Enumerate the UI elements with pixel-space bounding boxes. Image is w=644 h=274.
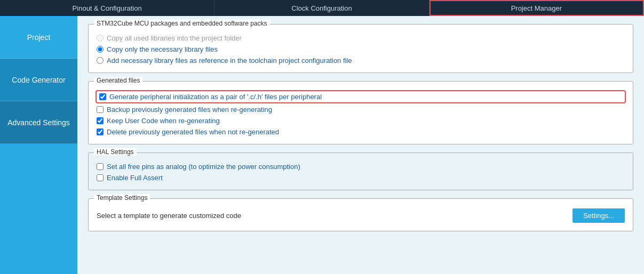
tab-project-manager[interactable]: Project Manager (430, 0, 644, 16)
radio-copy-necessary-text: Copy only the necessary library files (107, 45, 218, 53)
radio-copy-all-text: Copy all used libraries into the project… (107, 34, 242, 42)
tab-clock-configuration[interactable]: Clock Configuration (214, 0, 429, 16)
radio-copy-all-input[interactable] (97, 35, 104, 42)
cb-free-pins-input[interactable] (97, 163, 104, 170)
template-settings-legend: Template Settings (94, 194, 150, 202)
cb-backup-input[interactable] (97, 106, 104, 113)
cb-keep-user-code-label[interactable]: Keep User Code when re-generating (97, 117, 625, 125)
mcu-packages-section: STM32Cube MCU packages and embedded soft… (88, 24, 633, 73)
sidebar: Project Code Generator Advanced Settings (0, 16, 77, 274)
settings-button[interactable]: Settings... (573, 208, 625, 223)
radio-add-reference-input[interactable] (97, 57, 104, 64)
cb-delete-prev-text: Delete previously generated files when n… (107, 128, 279, 136)
cb-peripheral-init-input[interactable] (99, 93, 106, 100)
radio-add-reference-label[interactable]: Add necessary library files as reference… (97, 57, 625, 65)
sidebar-item-advanced-settings[interactable]: Advanced Settings (0, 101, 77, 144)
template-settings-section: Template Settings Select a template to g… (88, 198, 633, 231)
cb-backup-text: Backup previously generated files when r… (107, 106, 272, 114)
cb-backup-label[interactable]: Backup previously generated files when r… (97, 106, 625, 114)
template-description: Select a template to generate customized… (97, 212, 241, 220)
cb-keep-user-code-text: Keep User Code when re-generating (107, 117, 220, 125)
top-navigation: Pinout & Configuration Clock Configurati… (0, 0, 644, 16)
cb-free-pins-text: Set all free pins as analog (to optimize… (107, 163, 300, 171)
radio-copy-necessary-input[interactable] (97, 46, 104, 53)
sidebar-item-code-generator[interactable]: Code Generator (0, 59, 77, 101)
mcu-section-legend: STM32Cube MCU packages and embedded soft… (94, 20, 270, 27)
cb-delete-prev-input[interactable] (97, 128, 104, 135)
cb-peripheral-init-text: Generate peripheral initialization as a … (109, 93, 322, 101)
generated-files-section: Generated files Generate peripheral init… (88, 81, 633, 144)
cb-keep-user-code-input[interactable] (97, 117, 104, 124)
sidebar-item-project[interactable]: Project (0, 16, 77, 59)
generated-files-legend: Generated files (94, 77, 142, 84)
main-layout: Project Code Generator Advanced Settings… (0, 16, 644, 274)
cb-full-assert-text: Enable Full Assert (107, 174, 163, 182)
radio-add-reference-text: Add necessary library files as reference… (107, 57, 352, 65)
cb-full-assert-input[interactable] (97, 174, 104, 181)
radio-copy-necessary-label[interactable]: Copy only the necessary library files (97, 45, 625, 53)
cb-free-pins-label[interactable]: Set all free pins as analog (to optimize… (97, 163, 625, 171)
hal-settings-legend: HAL Settings (94, 148, 137, 156)
template-row: Select a template to generate customized… (97, 208, 625, 223)
hal-settings-section: HAL Settings Set all free pins as analog… (88, 152, 633, 190)
cb-full-assert-label[interactable]: Enable Full Assert (97, 174, 625, 182)
generated-files-checkboxes: Generate peripheral initialization as a … (97, 91, 625, 136)
radio-copy-all-label[interactable]: Copy all used libraries into the project… (97, 34, 625, 42)
content-area: STM32Cube MCU packages and embedded soft… (77, 16, 644, 274)
cb-delete-prev-label[interactable]: Delete previously generated files when n… (97, 128, 625, 136)
tab-pinout-configuration[interactable]: Pinout & Configuration (0, 0, 214, 16)
mcu-radio-group: Copy all used libraries into the project… (97, 34, 625, 65)
hal-checkboxes: Set all free pins as analog (to optimize… (97, 163, 625, 182)
cb-peripheral-init-label[interactable]: Generate peripheral initialization as a … (97, 91, 625, 102)
